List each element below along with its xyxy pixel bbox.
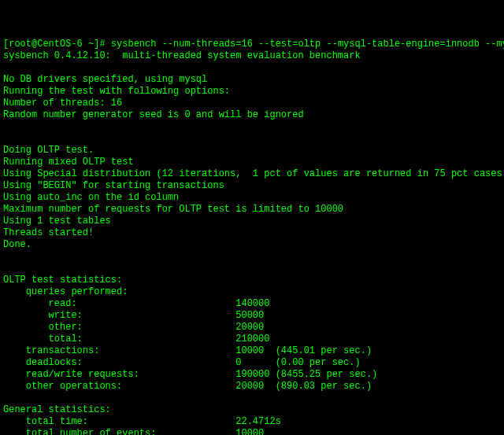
read-label: read:: [3, 298, 235, 309]
total-label: total:: [3, 334, 235, 345]
general-header: General statistics:: [3, 404, 111, 415]
otherops-value: 20000 (890.03 per sec.): [235, 381, 372, 392]
oltp-header: OLTP test statistics:: [3, 275, 122, 286]
total-value: 210000: [235, 334, 269, 345]
begin-line: Using "BEGIN" for starting transactions: [3, 180, 224, 191]
write-value: 50000: [235, 310, 264, 321]
special-line: Using Special distribution (12 iteration…: [3, 168, 504, 179]
events-value: 10000: [235, 428, 264, 435]
read-value: 140000: [235, 298, 269, 309]
seed-line: Random number generator seed is 0 and wi…: [3, 109, 304, 120]
started-line: Threads started!: [3, 227, 94, 238]
events-label: total number of events:: [3, 428, 235, 435]
deadlocks-label: deadlocks:: [3, 357, 235, 368]
other-label: other:: [3, 322, 235, 333]
doing-line: Doing OLTP test.: [3, 145, 94, 156]
deadlocks-value: 0 (0.00 per sec.): [235, 357, 360, 368]
done-line: Done.: [3, 239, 32, 250]
other-value: 20000: [235, 322, 264, 333]
rw-label: read/write requests:: [3, 369, 235, 380]
threads-line: Number of threads: 16: [3, 98, 122, 109]
running-line: Running the test with following options:: [3, 86, 230, 97]
totaltime-label: total time:: [3, 416, 235, 427]
version-line: sysbench 0.4.12.10: multi-threaded syste…: [3, 50, 361, 61]
shell-prompt: [root@CentOS-6 ~]#: [3, 39, 111, 50]
trans-label: transactions:: [3, 345, 235, 356]
tables-line: Using 1 test tables: [3, 216, 111, 227]
queries-label: queries performed:: [3, 286, 128, 297]
autoinc-line: Using auto_inc on the id column: [3, 192, 179, 203]
otherops-label: other operations:: [3, 381, 235, 392]
rw-value: 190000 (8455.25 per sec.): [235, 369, 377, 380]
totaltime-value: 22.4712s: [235, 416, 281, 427]
write-label: write:: [3, 310, 235, 321]
terminal-output: [root@CentOS-6 ~]# sysbench --num-thread…: [3, 39, 501, 435]
drivers-line: No DB drivers specified, using mysql: [3, 74, 207, 85]
mixed-line: Running mixed OLTP test: [3, 157, 134, 168]
trans-value: 10000 (445.01 per sec.): [235, 345, 372, 356]
command-text: sysbench --num-threads=16 --test=oltp --…: [111, 39, 504, 50]
maxreq-line: Maximum number of requests for OLTP test…: [3, 204, 343, 215]
